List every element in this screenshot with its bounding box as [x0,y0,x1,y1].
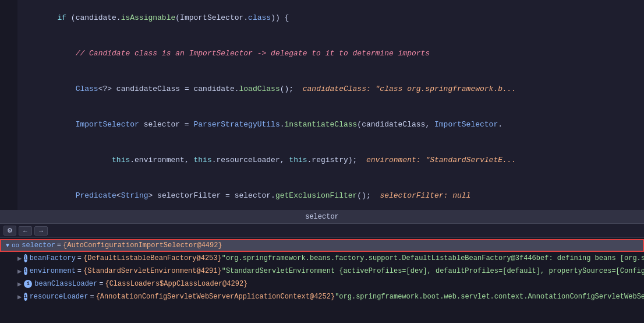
tree-row-environment[interactable]: ▶ i environment = {StandardServletEnviro… [0,265,644,278]
tree-arrow-selector[interactable]: ▼ [6,243,9,249]
ide-window: if (candidate.isAssignable(ImportSelecto… [0,0,644,323]
info-icon-environment: i [24,267,27,275]
tree-row-selector[interactable]: ▼ oo selector = {AutoConfigurationImport… [0,239,644,252]
tree-row-beanclassloader[interactable]: ▶ i beanClassLoader = {ClassLoaders$AppC… [0,278,644,290]
code-line-6: Predicate<String> selectorFilter = selec… [0,178,644,210]
tree-row-resourceloader[interactable]: ▶ i resourceLoader = {AnnotationConfigSe… [0,290,644,303]
debug-tree: ▼ oo selector = {AutoConfigurationImport… [0,238,644,323]
tree-expand-beanclassloader[interactable]: ▶ [17,280,22,289]
code-line-5: this.environment, this.resourceLoader, t… [0,142,644,178]
info-icon-beanclassloader: i [24,280,32,288]
code-editor: if (candidate.isAssignable(ImportSelecto… [0,0,644,210]
tree-expand-environment[interactable]: ▶ [17,267,22,276]
debug-toolbar: ⚙ ← → [0,224,644,238]
debug-panel-title: selector [305,213,339,221]
tree-row-beanfactory[interactable]: ▶ i beanFactory = {DefaultListableBeanFa… [0,252,644,265]
code-line-1: if (candidate.isAssignable(ImportSelecto… [0,0,644,36]
settings-button[interactable]: ⚙ [3,226,16,236]
tree-expand-resourceloader[interactable]: ▶ [17,293,22,301]
code-line-2: // Candidate class is an ImportSelector … [0,36,644,71]
debug-header: selector [0,210,644,224]
info-icon-resourceloader: i [24,293,27,301]
code-line-4: ImportSelector selector = ParserStrategy… [0,107,644,142]
tree-expand-beanfactory[interactable]: ▶ [17,254,22,263]
code-line-3: Class<?> candidateClass = candidate.load… [0,71,644,107]
forward-button[interactable]: → [34,226,48,236]
object-icon-selector: oo [12,242,19,249]
back-button[interactable]: ← [19,226,32,236]
debug-panel: selector ⚙ ← → ▼ oo selector = {AutoConf… [0,210,644,323]
info-icon-beanfactory: i [24,254,27,262]
